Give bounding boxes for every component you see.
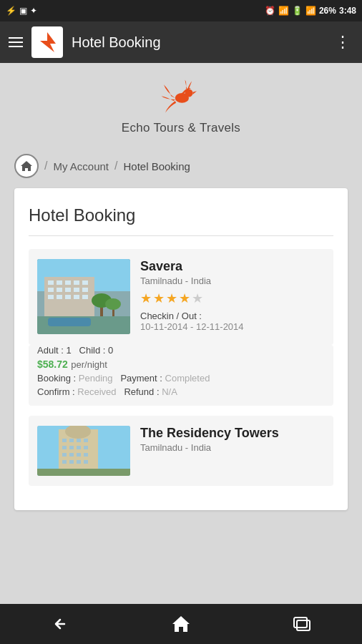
svg-marker-49 xyxy=(172,616,190,632)
recents-button[interactable] xyxy=(277,610,327,638)
battery-level: 26% xyxy=(319,6,336,16)
hotel-location-2: Tamilnadu - India xyxy=(140,442,325,453)
svg-point-26 xyxy=(105,298,121,310)
price-suffix: per/night xyxy=(71,359,107,370)
svg-rect-47 xyxy=(84,460,88,464)
svg-rect-12 xyxy=(82,280,88,285)
svg-rect-33 xyxy=(69,439,74,442)
android-icon: ✦ xyxy=(30,6,37,16)
svg-rect-9 xyxy=(57,280,62,285)
svg-rect-42 xyxy=(77,453,81,457)
svg-rect-13 xyxy=(48,288,54,292)
logo-section: Echo Tours & Travels xyxy=(0,63,362,147)
svg-rect-48 xyxy=(37,469,130,476)
hotel-name-2: The Residency Towers xyxy=(140,426,325,441)
battery-icon: 🔋 xyxy=(292,6,303,16)
booking-status-value: Pending xyxy=(79,373,113,384)
bottom-nav xyxy=(0,604,362,644)
home-nav-icon xyxy=(171,614,191,634)
svg-rect-37 xyxy=(69,446,74,449)
hotel-name: Savera xyxy=(140,259,325,274)
svg-rect-39 xyxy=(84,446,88,449)
svg-rect-38 xyxy=(77,446,81,449)
signal-icon: 📶 xyxy=(305,6,316,16)
star-1: ★ xyxy=(140,291,152,306)
breadcrumb-sep-1: / xyxy=(44,160,47,172)
wifi-icon: 📶 xyxy=(278,6,289,16)
home-breadcrumb-button[interactable] xyxy=(14,154,39,178)
svg-rect-17 xyxy=(82,288,88,292)
svg-rect-45 xyxy=(69,460,74,464)
svg-rect-36 xyxy=(62,446,67,449)
status-icons-left: ⚡ ▣ ✦ xyxy=(6,6,37,16)
svg-marker-3 xyxy=(193,91,197,94)
breadcrumb-hotel-booking: Hotel Booking xyxy=(123,160,190,172)
hotel-location: Tamilnadu - India xyxy=(140,275,325,286)
hotel-thumbnail-residency xyxy=(37,426,130,476)
back-button[interactable] xyxy=(35,610,85,638)
svg-rect-51 xyxy=(297,620,310,630)
hotel-image-savera xyxy=(37,259,130,334)
hotel-booking-info: Adult : 1 Child : 0 $58.72 per/night Boo… xyxy=(29,345,333,406)
hotel-price-row: $58.72 per/night xyxy=(37,358,325,371)
alarm-icon: ⏰ xyxy=(265,6,275,16)
payment-status-value: Completed xyxy=(165,373,210,384)
svg-rect-21 xyxy=(74,295,79,299)
hamburger-menu[interactable] xyxy=(9,37,23,47)
svg-rect-22 xyxy=(82,295,88,299)
svg-rect-11 xyxy=(74,280,79,285)
svg-rect-44 xyxy=(62,460,67,464)
svg-rect-35 xyxy=(84,439,88,442)
star-3: ★ xyxy=(166,291,177,306)
app-logo xyxy=(31,26,63,58)
logo-icon xyxy=(34,29,60,55)
svg-rect-40 xyxy=(62,453,67,457)
svg-rect-8 xyxy=(48,280,54,285)
booking-status-row: Booking : Pending Payment : Completed xyxy=(37,373,325,384)
hotel-price: $58.72 xyxy=(37,358,68,370)
hotel-item[interactable]: Savera Tamilnadu - India ★ ★ ★ ★ ★ Check… xyxy=(29,249,333,345)
svg-rect-34 xyxy=(77,439,81,442)
svg-rect-20 xyxy=(65,295,71,299)
home-icon xyxy=(20,160,33,172)
hotel-stars: ★ ★ ★ ★ ★ xyxy=(140,291,325,306)
breadcrumb-my-account[interactable]: My Account xyxy=(53,160,109,172)
home-button[interactable] xyxy=(156,610,206,638)
brand-logo xyxy=(156,77,206,117)
usb-icon: ⚡ xyxy=(6,6,16,16)
app-title: Hotel Booking xyxy=(72,34,323,51)
star-4-half: ★ xyxy=(179,291,190,306)
hotel-image-residency xyxy=(37,426,130,476)
confirm-row: Confirm : Received Refund : N/A xyxy=(37,386,325,397)
status-bar: ⚡ ▣ ✦ ⏰ 📶 🔋 📶 26% 3:48 xyxy=(0,0,362,21)
svg-rect-50 xyxy=(294,618,307,628)
brand-name: Echo Tours & Travels xyxy=(122,121,240,135)
time-display: 3:48 xyxy=(339,6,356,16)
svg-rect-32 xyxy=(62,439,67,442)
refund-value: N/A xyxy=(162,386,177,397)
hotel-thumbnail-savera xyxy=(37,259,130,334)
svg-rect-41 xyxy=(69,453,74,457)
sim-icon: ▣ xyxy=(19,6,27,16)
page-title: Hotel Booking xyxy=(29,205,333,225)
card-divider xyxy=(29,235,333,236)
overflow-menu-button[interactable]: ⋮ xyxy=(332,30,353,54)
star-5: ★ xyxy=(192,291,203,306)
app-bar: Hotel Booking ⋮ xyxy=(0,21,362,63)
svg-rect-43 xyxy=(84,453,88,457)
svg-rect-18 xyxy=(48,295,54,299)
svg-rect-46 xyxy=(77,460,81,464)
back-icon xyxy=(50,615,70,633)
hotel-details-savera: Savera Tamilnadu - India ★ ★ ★ ★ ★ Check… xyxy=(140,259,325,335)
breadcrumb-sep-2: / xyxy=(114,160,117,172)
status-icons-right: ⏰ 📶 🔋 📶 26% 3:48 xyxy=(265,6,356,16)
svg-rect-28 xyxy=(48,318,91,326)
checkin-label: Checkin / Out : xyxy=(140,311,325,321)
svg-rect-14 xyxy=(57,288,62,292)
hotel-item-2[interactable]: The Residency Towers Tamilnadu - India xyxy=(29,416,333,486)
recents-icon xyxy=(293,616,311,632)
confirm-value: Received xyxy=(77,386,116,397)
svg-rect-15 xyxy=(65,288,71,292)
svg-marker-0 xyxy=(40,32,56,52)
breadcrumb: / My Account / Hotel Booking xyxy=(0,147,362,188)
